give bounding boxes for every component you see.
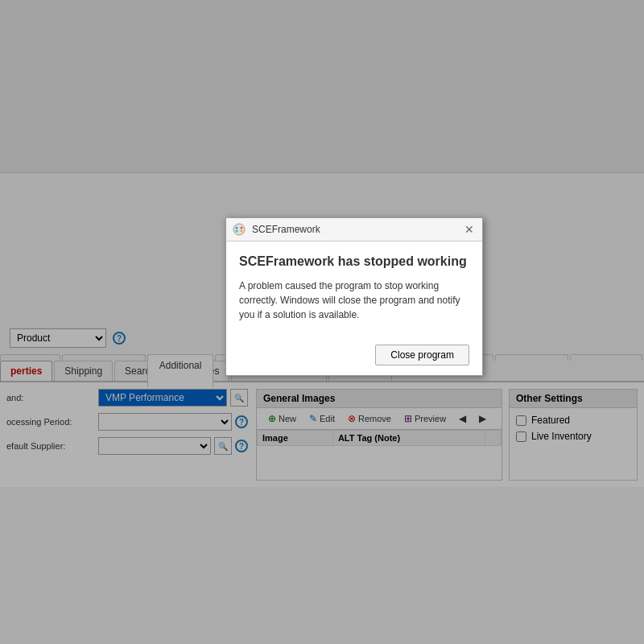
modal-heading: SCEFramework has stopped working: [239, 254, 469, 269]
modal-footer: Close program: [226, 345, 482, 375]
svg-point-1: [236, 227, 238, 229]
modal-title: SCEFramework: [252, 224, 456, 235]
app-background: Product ? scription Specifications Addit…: [0, 0, 644, 644]
modal-close-button[interactable]: ✕: [463, 224, 476, 235]
modal-message: A problem caused the program to stop wor…: [239, 279, 469, 322]
svg-point-2: [241, 227, 243, 229]
svg-point-0: [233, 224, 245, 235]
modal-body: SCEFramework has stopped working A probl…: [226, 242, 482, 345]
modal-app-icon: [233, 223, 246, 236]
error-dialog: SCEFramework ✕ SCEFramework has stopped …: [225, 217, 483, 376]
svg-point-4: [241, 230, 243, 233]
modal-titlebar: SCEFramework ✕: [226, 218, 482, 242]
svg-point-3: [236, 230, 238, 233]
close-program-button[interactable]: Close program: [375, 345, 469, 365]
